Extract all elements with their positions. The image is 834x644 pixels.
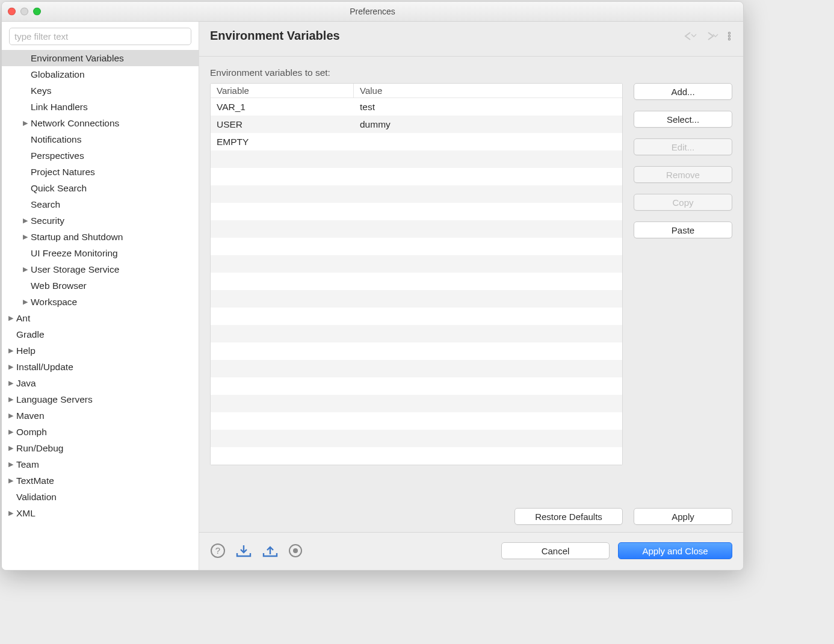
- cell-value: test: [354, 102, 622, 113]
- sidebar-item[interactable]: ▶Help: [2, 342, 199, 359]
- sidebar-item-label: Link Handlers: [31, 102, 88, 113]
- sidebar-item-label: Network Connections: [31, 118, 119, 129]
- table-row[interactable]: EMPTY: [211, 133, 622, 150]
- sidebar-item[interactable]: ▶TextMate: [2, 472, 199, 489]
- sidebar-item[interactable]: ▶Environment Variables: [2, 50, 199, 66]
- table-row-empty: [211, 395, 622, 412]
- apply-and-close-button[interactable]: Apply and Close: [618, 542, 732, 559]
- window-controls: [8, 8, 41, 16]
- tree-expand-icon[interactable]: ▶: [21, 119, 29, 127]
- paste-button[interactable]: Paste: [634, 221, 732, 238]
- table-row-empty: [211, 325, 622, 342]
- import-preferences-icon[interactable]: [235, 543, 252, 558]
- tree-expand-icon[interactable]: ▶: [21, 233, 29, 241]
- sidebar-item[interactable]: ▶Java: [2, 375, 199, 391]
- sidebar-item[interactable]: ▶Run/Debug: [2, 440, 199, 456]
- nav-forward-icon[interactable]: [705, 31, 721, 42]
- tree-expand-icon[interactable]: ▶: [21, 265, 29, 273]
- sidebar-item-label: Web Browser: [31, 280, 87, 291]
- export-preferences-icon[interactable]: [262, 543, 279, 558]
- sidebar-item[interactable]: ▶Install/Update: [2, 359, 199, 375]
- sidebar-item-label: User Storage Service: [31, 264, 119, 275]
- tree-expand-icon[interactable]: ▶: [7, 363, 15, 371]
- sidebar-item[interactable]: ▶Ant: [2, 310, 199, 326]
- sidebar-item[interactable]: ▶Notifications: [2, 131, 199, 147]
- sidebar-item[interactable]: ▶Globalization: [2, 66, 199, 82]
- close-window-button[interactable]: [8, 8, 16, 16]
- table-row-empty: [211, 342, 622, 360]
- table-and-buttons: Variable Value VAR_1testUSERdummyEMPTY A…: [210, 83, 732, 490]
- select-button[interactable]: Select...: [634, 111, 732, 128]
- copy-button: Copy: [634, 194, 732, 211]
- table-row-empty: [211, 238, 622, 255]
- sidebar-item[interactable]: ▶Maven: [2, 407, 199, 424]
- sidebar-item[interactable]: ▶Gradle: [2, 326, 199, 342]
- column-header-variable[interactable]: Variable: [211, 84, 354, 98]
- add-button[interactable]: Add...: [634, 83, 732, 100]
- sidebar-item-label: Project Natures: [31, 167, 95, 178]
- preferences-window: Preferences ▶Environment Variables▶Globa…: [1, 1, 744, 571]
- sidebar-item[interactable]: ▶Team: [2, 456, 199, 472]
- nav-back-icon[interactable]: [683, 31, 700, 42]
- sidebar-item[interactable]: ▶XML: [2, 505, 199, 521]
- sidebar-item[interactable]: ▶Web Browser: [2, 277, 199, 294]
- tree-expand-icon[interactable]: ▶: [7, 395, 15, 403]
- table-row[interactable]: VAR_1test: [211, 98, 622, 116]
- cancel-button[interactable]: Cancel: [501, 542, 610, 559]
- sidebar-item[interactable]: ▶Link Handlers: [2, 99, 199, 115]
- table-row-empty: [211, 220, 622, 238]
- tree-expand-icon[interactable]: ▶: [7, 412, 15, 420]
- sidebar-item[interactable]: ▶Keys: [2, 82, 199, 99]
- table-header: Variable Value: [211, 84, 622, 98]
- help-icon[interactable]: ?: [210, 543, 226, 559]
- content-panel: Environment Variables Environment variab…: [199, 22, 743, 570]
- tree-expand-icon[interactable]: ▶: [7, 347, 15, 355]
- restore-defaults-button[interactable]: Restore Defaults: [514, 508, 623, 525]
- sidebar-item-label: Team: [16, 459, 39, 470]
- minimize-window-button[interactable]: [20, 8, 28, 16]
- sidebar-item-label: Environment Variables: [31, 53, 124, 64]
- tree-expand-icon[interactable]: ▶: [21, 298, 29, 306]
- sidebar-item[interactable]: ▶Oomph: [2, 424, 199, 440]
- sidebar-item[interactable]: ▶Workspace: [2, 294, 199, 310]
- tree-expand-icon[interactable]: ▶: [7, 379, 15, 387]
- table-row-empty: [211, 360, 622, 377]
- filter-input[interactable]: [9, 28, 191, 45]
- sidebar-item-label: TextMate: [16, 475, 54, 486]
- sidebar-item[interactable]: ▶User Storage Service: [2, 261, 199, 277]
- svg-point-6: [293, 548, 298, 553]
- tree-expand-icon[interactable]: ▶: [7, 509, 15, 517]
- env-vars-table[interactable]: Variable Value VAR_1testUSERdummyEMPTY: [210, 83, 623, 465]
- sidebar-item[interactable]: ▶Perspectives: [2, 147, 199, 164]
- tree-expand-icon[interactable]: ▶: [21, 217, 29, 224]
- page-header-tools: [683, 31, 732, 42]
- tree-expand-icon[interactable]: ▶: [7, 460, 15, 468]
- sidebar-item-label: Oomph: [16, 427, 47, 438]
- sidebar-item[interactable]: ▶Validation: [2, 489, 199, 505]
- table-row[interactable]: USERdummy: [211, 116, 622, 133]
- sidebar-item[interactable]: ▶Network Connections: [2, 115, 199, 131]
- sidebar-item[interactable]: ▶Quick Search: [2, 180, 199, 196]
- table-row-empty: [211, 290, 622, 308]
- oomph-record-icon[interactable]: [288, 543, 303, 558]
- column-header-value[interactable]: Value: [354, 84, 622, 98]
- tree-expand-icon[interactable]: ▶: [7, 444, 15, 452]
- tree-expand-icon[interactable]: ▶: [7, 314, 15, 322]
- sidebar-item-label: Language Servers: [16, 394, 93, 405]
- preference-tree[interactable]: ▶Environment Variables▶Globalization▶Key…: [2, 50, 199, 570]
- sidebar-item-label: Install/Update: [16, 362, 73, 373]
- sidebar-item[interactable]: ▶Search: [2, 196, 199, 212]
- page-menu-icon[interactable]: [726, 31, 732, 42]
- sidebar-item[interactable]: ▶Startup and Shutdown: [2, 229, 199, 245]
- main-content: Environment variables to set: Variable V…: [199, 57, 743, 532]
- tree-expand-icon[interactable]: ▶: [7, 477, 15, 485]
- apply-button[interactable]: Apply: [634, 508, 732, 525]
- table-row-empty: [211, 430, 622, 447]
- table-row-empty: [211, 273, 622, 290]
- tree-expand-icon[interactable]: ▶: [7, 428, 15, 436]
- sidebar-item[interactable]: ▶UI Freeze Monitoring: [2, 245, 199, 261]
- sidebar-item[interactable]: ▶Security: [2, 212, 199, 229]
- sidebar-item[interactable]: ▶Project Natures: [2, 164, 199, 180]
- zoom-window-button[interactable]: [33, 8, 41, 16]
- sidebar-item[interactable]: ▶Language Servers: [2, 391, 199, 407]
